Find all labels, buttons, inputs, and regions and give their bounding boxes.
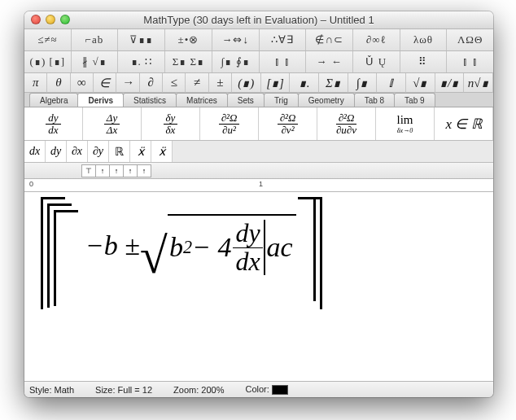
palette-button[interactable]: ⫿ ⫿ [260,51,307,72]
align-button[interactable]: ↑ [95,164,110,177]
palette-button[interactable]: Ǔ Ų [353,51,400,72]
symbol-button[interactable]: θ [47,73,70,93]
ruler-mark-1: 1 [259,180,263,188]
palette-button[interactable]: ⊽∎∎ [118,29,165,50]
status-zoom-value[interactable]: 200% [201,385,224,395]
window-controls [31,15,70,24]
palette-button[interactable]: ⌐ab [72,29,119,50]
palette-button[interactable]: ∂∞ℓ [353,29,400,50]
eq-text: −b ± [85,230,140,261]
palette-button[interactable]: ∦ √∎ [72,51,119,72]
symbol-button[interactable]: ≤ [163,73,186,93]
equation-canvas[interactable]: −b ± √ b2 − 4 dy dx ac [24,192,493,381]
palette-button[interactable]: ±•⊗ [165,29,212,50]
sqrt-icon: √ b2 − 4 dy dx ac [140,214,296,278]
template-button[interactable]: (∎) [232,73,261,93]
template-button[interactable]: ∎. [290,73,319,93]
template-button[interactable]: √∎ [406,73,435,93]
template-palette-row-1: (∎) [∎] ∦ √∎ ∎. ∷ Σ∎ Σ∎ ∫∎ ∮∎ ⫿ ⫿ → ← Ǔ … [24,51,493,73]
deriv-dy-dx[interactable]: dydx [24,107,83,140]
deriv-dx[interactable]: dx [24,141,46,162]
deriv-delta-y-x[interactable]: ΔyΔx [83,107,142,140]
symbol-button[interactable]: ∞ [71,73,94,93]
equation[interactable]: −b ± √ b2 − 4 dy dx ac [41,197,322,295]
status-style-value[interactable]: Math [55,385,74,395]
template-button[interactable]: [∎] [261,73,291,93]
palette-button[interactable]: ∎. ∷ [118,51,165,72]
tab-8[interactable]: Tab 8 [354,93,395,107]
deriv-d2-du2[interactable]: ∂²Ω∂u² [200,107,259,140]
symbol-shortcut-row: π θ ∞ ∈ → ∂ ≤ ≠ ± (∎) [∎] ∎. Σ∎ ∫∎ ⫿ √∎ … [24,73,493,93]
tab-algebra[interactable]: Algebra [29,93,78,107]
status-size-label: Size: [95,385,115,395]
symbol-palette-row-1: ≤≠≈ ⌐ab ⊽∎∎ ±•⊗ →⇔↓ ∴∀∃ ∉∩⊂ ∂∞ℓ λωθ ΛΩΘ [24,29,493,51]
palette-button[interactable]: ⠿ [400,51,448,72]
tab-trig[interactable]: Trig [264,93,299,107]
symbol-button[interactable]: ∂ [140,73,163,93]
tab-sets[interactable]: Sets [227,93,265,107]
status-zoom-label: Zoom: [173,385,199,395]
symbol-button[interactable]: ∈ [94,73,116,93]
status-size-value[interactable]: Full = 12 [118,385,153,395]
left-bracket-icon [41,197,83,207]
template-button[interactable]: ⫿ [377,73,406,93]
deriv-small-delta[interactable]: δyδx [142,107,200,140]
eq-text: − 4 [192,232,231,263]
symbol-button[interactable]: ≠ [186,73,208,93]
palette-button[interactable]: →⇔↓ [212,29,260,50]
align-button[interactable]: ↑ [109,164,124,177]
template-button[interactable]: ∫∎ [348,73,378,93]
tab-geometry[interactable]: Geometry [298,93,355,107]
zoom-icon[interactable] [60,15,70,24]
template-button[interactable]: n√∎ [464,73,493,93]
tab-derivs[interactable]: Derivs [77,93,124,107]
palette-button[interactable]: ≤≠≈ [24,29,72,50]
tab-9[interactable]: Tab 9 [394,93,435,107]
symbol-button[interactable]: ± [209,73,232,93]
status-color-label: Color: [245,384,269,394]
ruler-mark-0: 0 [29,180,33,188]
align-button[interactable]: ↑ [137,164,151,177]
close-icon[interactable] [31,15,41,24]
toolbar-filler [173,141,493,162]
tab-statistics[interactable]: Statistics [123,93,177,107]
titlebar: MathType (30 days left in Evaluation) – … [24,11,493,29]
deriv-reals[interactable]: ℝ [109,141,130,162]
eq-text: b [169,232,183,263]
symbol-button[interactable]: π [24,73,47,93]
symbol-button[interactable]: → [116,73,139,93]
template-button[interactable]: ∎/∎ [435,73,465,93]
eq-fraction: dy dx [233,220,265,275]
minimize-icon[interactable] [46,15,55,24]
deriv-dy[interactable]: dy [46,141,67,162]
app-window: MathType (30 days left in Evaluation) – … [24,11,493,397]
derivs-toolbar-row-1: dydx ΔyΔx δyδx ∂²Ω∂u² ∂²Ω∂v² ∂²Ω∂u∂v lim… [24,107,493,141]
category-tabs: Algebra Derivs Statistics Matrices Sets … [24,93,493,107]
tab-matrices[interactable]: Matrices [176,93,228,107]
align-button[interactable]: ⊤ [81,164,96,177]
deriv-d2-dudv[interactable]: ∂²Ω∂u∂v [317,107,376,140]
palette-button[interactable]: Σ∎ Σ∎ [165,51,212,72]
template-button[interactable]: Σ∎ [319,73,348,93]
deriv-x-in-r[interactable]: x ∈ ℝ [435,107,493,140]
palette-button[interactable]: ∉∩⊂ [306,29,353,50]
deriv-partial-y[interactable]: ∂y [88,141,109,162]
deriv-d2-dv2[interactable]: ∂²Ω∂v² [259,107,317,140]
deriv-limit[interactable]: limδx→0 [376,107,435,140]
status-style-label: Style: [29,385,52,395]
deriv-partial-x[interactable]: ∂x [67,141,88,162]
deriv-xdotdot-2[interactable]: ẍ [151,141,173,162]
deriv-xdotdot-1[interactable]: ẍ [130,141,151,162]
ruler[interactable]: 0 1 [24,179,493,192]
derivs-toolbar-row-2: dx dy ∂x ∂y ℝ ẍ ẍ [24,141,493,163]
eq-text: ac [267,232,293,263]
color-swatch[interactable] [272,385,288,395]
palette-button[interactable]: λωθ [400,29,448,50]
palette-button[interactable]: ⫿ ⫿ [447,51,493,72]
palette-button[interactable]: ΛΩΘ [447,29,493,50]
palette-button[interactable]: → ← [306,51,353,72]
palette-button[interactable]: ∴∀∃ [260,29,307,50]
align-button[interactable]: ↑ [123,164,138,177]
palette-button[interactable]: ∫∎ ∮∎ [212,51,260,72]
palette-button[interactable]: (∎) [∎] [24,51,72,72]
